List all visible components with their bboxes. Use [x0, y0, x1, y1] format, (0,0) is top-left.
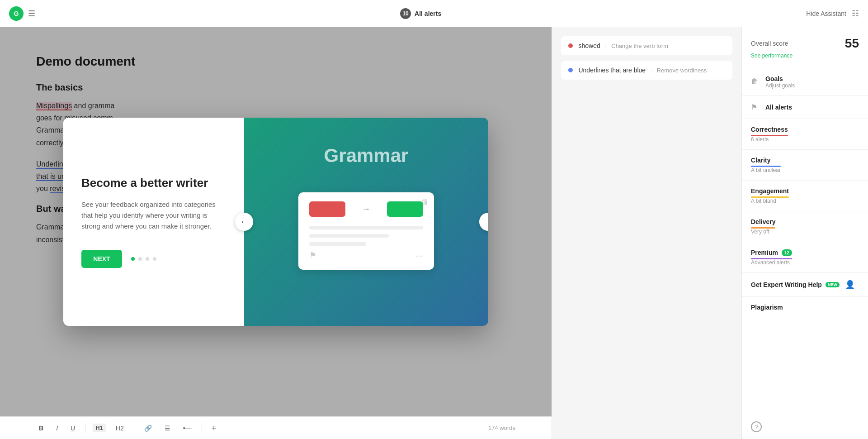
underlines-action: Remove wordiness	[657, 67, 707, 74]
engagement-title: Engagement	[751, 187, 789, 195]
modal-prev-button[interactable]: ←	[235, 213, 253, 231]
new-badge: NEW	[826, 282, 840, 287]
correctness-section[interactable]: Correctness 6 alerts	[742, 119, 868, 150]
hamburger-menu[interactable]: ☰	[28, 9, 35, 19]
grammar-label: Grammar	[324, 145, 409, 167]
card-flag-icon: ⚑	[309, 250, 316, 260]
delivery-section[interactable]: Delivery Very off	[742, 211, 868, 242]
engagement-item: Engagement A bit bland	[751, 187, 789, 204]
all-alerts-item: ⚑ All alerts	[751, 103, 792, 112]
engagement-sub: A bit bland	[751, 198, 789, 204]
see-performance-link[interactable]: See performance	[751, 52, 859, 59]
card-trash-icon: 🗑	[421, 198, 429, 206]
modal-dots	[131, 257, 156, 261]
goals-section[interactable]: 🗑 Goals Adjust goals	[742, 68, 868, 96]
modal-btn-row: NEXT	[81, 250, 226, 268]
alert-dot-blue	[568, 68, 573, 72]
goals-sub: Adjust goals	[765, 82, 795, 89]
alert-dot-red	[568, 43, 573, 48]
plagiarism-section[interactable]: Plagiarism	[742, 297, 868, 318]
middle-panel: showed · Change the verb form Underlines…	[552, 27, 741, 439]
modal-right: ← Grammar 🗑 →	[244, 118, 488, 326]
premium-section[interactable]: Premium 12 Advanced alerts	[742, 242, 868, 273]
overall-score-label: Overall score	[751, 40, 788, 47]
engagement-section[interactable]: Engagement A bit bland	[742, 181, 868, 211]
dot-4	[153, 257, 156, 261]
main-layout: Demo document The basics Mispellings and…	[0, 27, 868, 439]
topbar-center: 10 All alerts	[400, 8, 441, 19]
topbar-left: G ☰	[9, 6, 35, 21]
modal-next-button[interactable]: NEXT	[81, 250, 122, 268]
toolbar-row: B I U H1 H2 🔗 ☰ •— T̶ 174 words	[0, 416, 552, 439]
help-section: ?	[742, 415, 868, 439]
modal-next-nav-button[interactable]: →	[479, 213, 488, 231]
score-row: Overall score 55	[751, 36, 859, 51]
topbar-right: Hide Assistant ☷	[806, 9, 859, 19]
h2-button[interactable]: H2	[113, 423, 127, 434]
editor-wrapper: Demo document The basics Mispellings and…	[0, 27, 552, 439]
dot-3	[146, 257, 149, 261]
goals-title: Goals	[765, 75, 795, 82]
modal-left: Become a better writer See your feedback…	[63, 118, 244, 326]
premium-sub: Advanced alerts	[751, 259, 792, 266]
h1-button[interactable]: H1	[93, 424, 106, 432]
all-alerts-section[interactable]: ⚑ All alerts	[742, 96, 868, 119]
card-line-2	[309, 234, 389, 238]
editor-area[interactable]: Demo document The basics Mispellings and…	[0, 27, 552, 416]
card-bottom-row: ⚑ ···	[309, 250, 423, 261]
delivery-text: Delivery Very off	[751, 218, 775, 235]
green-box	[387, 201, 423, 217]
card-line-3	[309, 242, 366, 246]
clear-format-button[interactable]: T̶	[209, 423, 219, 434]
alert-separator: ·	[605, 43, 607, 49]
all-alerts-title[interactable]: All alerts	[415, 10, 441, 17]
delivery-title: Delivery	[751, 218, 775, 225]
toolbar-sep-1	[85, 424, 85, 433]
clarity-sub: A bit unclear	[751, 167, 781, 173]
hide-assistant-button[interactable]: Hide Assistant	[806, 10, 846, 17]
expert-text: Get Expert Writing Help NEW	[751, 281, 840, 288]
underline-button[interactable]: U	[68, 423, 78, 434]
unordered-list-button[interactable]: •—	[180, 423, 194, 434]
ordered-list-button[interactable]: ☰	[162, 423, 173, 434]
delivery-item: Delivery Very off	[751, 218, 775, 235]
grammar-card: 🗑 → ⚑	[298, 192, 434, 270]
card-top-row: →	[309, 201, 423, 217]
modal-overlay: Become a better writer See your feedback…	[0, 27, 552, 416]
grammarly-logo: G	[9, 6, 24, 21]
score-section: Overall score 55 See performance	[742, 27, 868, 68]
clarity-item: Clarity A bit unclear	[751, 157, 781, 173]
goals-text: Goals Adjust goals	[765, 75, 795, 89]
card-dots: ···	[415, 250, 423, 261]
premium-item: Premium 12 Advanced alerts	[751, 249, 792, 266]
view-toggle-icon[interactable]: ☷	[852, 9, 859, 19]
plagiarism-text: Plagiarism	[751, 304, 783, 311]
toolbar-sep-3	[202, 424, 202, 433]
delivery-sub: Very off	[751, 229, 775, 235]
link-button[interactable]: 🔗	[142, 423, 155, 434]
clarity-section[interactable]: Clarity A bit unclear	[742, 150, 868, 181]
italic-button[interactable]: I	[53, 423, 61, 434]
bold-button[interactable]: B	[36, 423, 46, 434]
expert-person-icon: 👤	[845, 280, 855, 290]
expert-section[interactable]: Get Expert Writing Help NEW 👤	[742, 273, 868, 297]
premium-title: Premium	[751, 249, 778, 256]
editor-and-toolbar: Demo document The basics Mispellings and…	[0, 27, 552, 439]
card-line-1	[309, 226, 423, 229]
alerts-icon: ⚑	[751, 103, 760, 112]
plagiarism-item: Plagiarism	[751, 304, 783, 311]
modal-description: See your feedback organized into categor…	[81, 199, 226, 232]
correctness-title: Correctness	[751, 126, 788, 133]
modal-title: Become a better writer	[81, 176, 226, 190]
help-icon[interactable]: ?	[751, 421, 762, 432]
alert-separator2: ·	[651, 67, 652, 74]
showed-action: Change the verb form	[611, 43, 668, 49]
right-panel: Overall score 55 See performance 🗑 Goals…	[741, 27, 868, 439]
alert-item-showed[interactable]: showed · Change the verb form	[561, 36, 732, 55]
engagement-text: Engagement A bit bland	[751, 187, 789, 204]
alert-item-underlines[interactable]: Underlines that are blue · Remove wordin…	[561, 61, 732, 80]
underlines-text: Underlines that are blue	[578, 67, 646, 74]
alert-count-badge: 10	[400, 8, 411, 19]
correctness-item: Correctness 6 alerts	[751, 126, 788, 143]
modal: Become a better writer See your feedback…	[63, 118, 488, 326]
